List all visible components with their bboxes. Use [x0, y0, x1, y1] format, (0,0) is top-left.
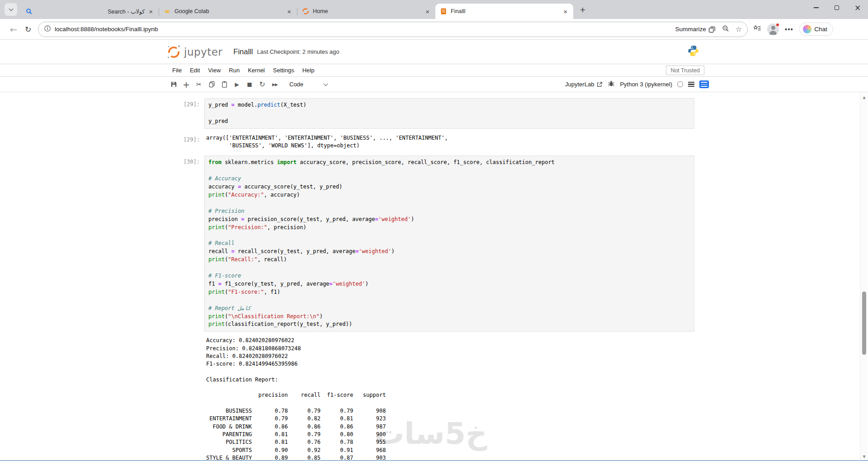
kernel-name[interactable]: Python 3 (ipykernel): [620, 81, 672, 88]
colab-favicon-icon: ∞: [164, 8, 171, 15]
search-favicon-icon: [25, 8, 33, 15]
refresh-icon: ↻: [25, 25, 31, 34]
new-tab-button[interactable]: +: [576, 3, 590, 17]
not-trusted-badge[interactable]: Not Trusted: [666, 66, 704, 75]
menu-run[interactable]: Run: [225, 67, 244, 74]
back-button[interactable]: ←: [6, 22, 21, 37]
browser-window: Search - كولاب × ∞ Google Colab × Home ×…: [0, 0, 868, 461]
notification-dot: [776, 23, 779, 27]
insert-cell-button[interactable]: +: [181, 79, 192, 90]
jupyter-header: jupyter Finalll Last Checkpoint: 2 minut…: [0, 40, 868, 64]
debugger-bug-icon[interactable]: [608, 80, 615, 89]
cell-29-output: [29]: array(['ENTERTAINMENT', 'ENTERTAIN…: [170, 133, 868, 151]
run-cell-button[interactable]: ▶: [231, 79, 242, 90]
scrollbar-thumb[interactable]: [862, 292, 866, 355]
menu-view[interactable]: View: [204, 67, 225, 74]
external-link-icon: [596, 81, 603, 88]
jupyter-logo[interactable]: jupyter: [166, 44, 222, 60]
code-editor[interactable]: y_pred = model.predict(X_test) y_pred: [204, 98, 694, 129]
tab-close-icon[interactable]: ×: [424, 8, 431, 15]
cut-cells-button[interactable]: ✂: [193, 79, 204, 90]
notebook-area: [29]: y_pred = model.predict(X_test) y_p…: [0, 92, 868, 461]
input-prompt: [29]:: [170, 98, 204, 129]
tab-search-dropdown-button[interactable]: [5, 3, 17, 16]
jupyter-brand-text: jupyter: [184, 46, 222, 58]
tab-strip: Search - كولاب × ∞ Google Colab × Home ×…: [0, 0, 868, 19]
cell-30-output: Accuracy: 0.824020280976022 Precision: 0…: [170, 336, 868, 461]
minimize-icon: [814, 7, 819, 8]
output-prompt: [170, 336, 204, 461]
kernel-status-icon: [677, 81, 683, 87]
interrupt-kernel-button[interactable]: ■: [244, 79, 255, 90]
tab-title: Search - كولاب: [36, 8, 147, 15]
input-prompt: [30]:: [170, 155, 204, 332]
maximize-button[interactable]: [826, 0, 847, 15]
url-field[interactable]: localhost:8888/notebooks/Finalll.ipynb S…: [38, 22, 748, 37]
vertical-scrollbar[interactable]: ▲ ▼: [860, 93, 868, 461]
tab-close-icon[interactable]: ×: [147, 8, 154, 15]
menu-hamburger-icon[interactable]: [688, 82, 694, 87]
tab-title: Home: [313, 8, 424, 14]
menu-edit[interactable]: Edit: [186, 67, 204, 74]
favorite-star-icon[interactable]: ☆: [736, 25, 742, 33]
menu-kernel[interactable]: Kernel: [244, 67, 269, 74]
copilot-chat-button[interactable]: Chat: [799, 23, 833, 36]
scroll-down-icon[interactable]: ▼: [860, 453, 868, 460]
minimize-button[interactable]: [806, 0, 826, 15]
profile-button[interactable]: [767, 24, 779, 35]
menu-file[interactable]: File: [168, 67, 186, 74]
url-text[interactable]: localhost:8888/notebooks/Finalll.ipynb: [55, 26, 675, 33]
copy-cells-button[interactable]: [206, 79, 217, 90]
copilot-icon: [803, 25, 811, 33]
paste-cells-button[interactable]: [219, 79, 230, 90]
code-cell-29: [29]: y_pred = model.predict(X_test) y_p…: [170, 98, 868, 129]
tab-search-kolab[interactable]: Search - كولاب ×: [21, 4, 159, 19]
settings-more-icon[interactable]: •••: [785, 26, 793, 33]
python-logo-icon: [687, 45, 699, 59]
toolbar: + ✂ ▶ ■ ↻ ▶▶ Code JupyterLab: [0, 77, 868, 92]
close-window-button[interactable]: ×: [847, 0, 868, 15]
output-area: Accuracy: 0.824020280976022 Precision: 0…: [204, 336, 694, 461]
tab-jupyter-home[interactable]: Home ×: [297, 4, 435, 19]
summarize-button[interactable]: Summarize: [675, 26, 715, 33]
tab-finalll-active[interactable]: Finalll ×: [435, 4, 573, 19]
tab-google-colab[interactable]: ∞ Google Colab ×: [159, 4, 297, 19]
maximize-icon: [835, 5, 839, 10]
tab-close-icon[interactable]: ×: [286, 8, 292, 15]
jupyter-page: خ5سات jupyter Finalll Last Checkpoint: 2…: [0, 40, 868, 461]
chevron-down-icon: [324, 81, 328, 86]
jupyter-favicon-icon: [302, 8, 309, 15]
code-cell-30: [30]: from sklearn.metrics import accura…: [170, 155, 868, 332]
code-editor[interactable]: from sklearn.metrics import accuracy_sco…: [204, 155, 694, 332]
summarize-icon: [708, 26, 716, 33]
checkpoint-text: Last Checkpoint: 2 minutes ago: [257, 48, 339, 55]
output-prompt: [29]:: [170, 133, 204, 151]
notebook-title[interactable]: Finalll: [233, 47, 253, 56]
site-info-icon[interactable]: [44, 25, 51, 34]
back-arrow-icon: ←: [10, 24, 17, 34]
output-area: array(['ENTERTAINMENT', 'ENTERTAINMENT',…: [204, 133, 694, 151]
jupyter-logo-icon: [166, 44, 181, 60]
menu-bar: File Edit View Run Kernel Settings Help …: [0, 64, 868, 77]
address-bar: ← ↻ localhost:8888/notebooks/Finalll.ipy…: [0, 19, 868, 40]
close-icon: ×: [854, 3, 861, 12]
tab-title: Google Colab: [175, 8, 286, 14]
menu-help[interactable]: Help: [298, 67, 319, 74]
open-jupyterlab-link[interactable]: JupyterLab: [565, 81, 603, 88]
scroll-up-icon[interactable]: ▲: [860, 94, 868, 101]
restart-run-all-button[interactable]: ▶▶: [269, 79, 280, 90]
menu-settings[interactable]: Settings: [269, 67, 298, 74]
favorites-list-icon[interactable]: [753, 25, 761, 34]
restart-kernel-button[interactable]: ↻: [257, 79, 268, 90]
cell-type-dropdown[interactable]: Code: [289, 81, 327, 88]
zoom-out-icon[interactable]: [722, 25, 729, 34]
refresh-button[interactable]: ↻: [21, 22, 35, 37]
notebook-favicon-icon: [440, 8, 447, 15]
settings-panel-icon[interactable]: [699, 80, 709, 88]
tab-close-icon[interactable]: ×: [562, 8, 569, 15]
tab-title: Finalll: [451, 8, 562, 14]
chevron-down-icon: [9, 7, 13, 11]
window-controls: ×: [806, 0, 868, 15]
save-button[interactable]: [168, 79, 179, 90]
